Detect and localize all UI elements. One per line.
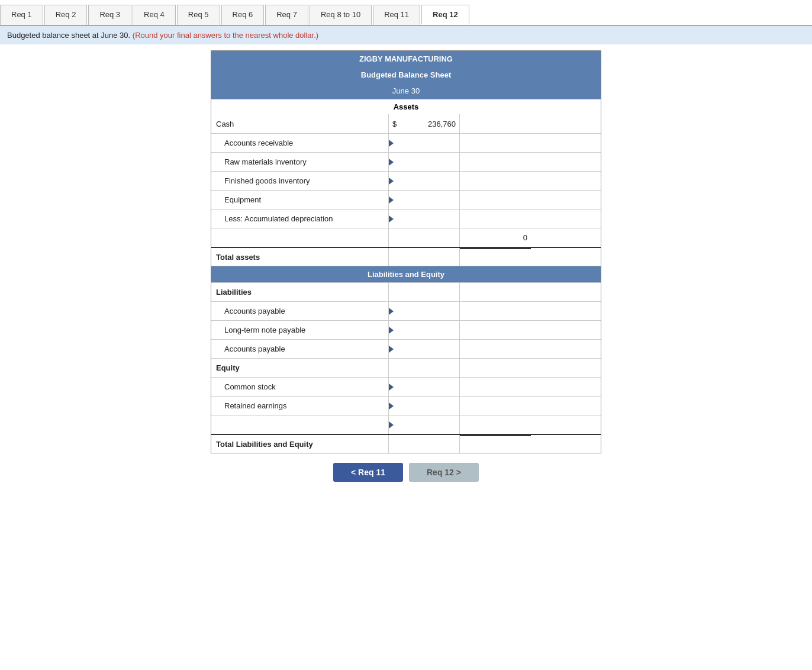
tab-req8to10[interactable]: Req 8 to 10 <box>310 5 372 25</box>
equip-col1 <box>389 191 460 209</box>
equip-col2 <box>460 191 531 209</box>
ar-col2 <box>460 134 531 152</box>
tab-req6[interactable]: Req 6 <box>221 5 265 25</box>
fg-input[interactable] <box>396 172 459 190</box>
prev-button[interactable]: < Req 11 <box>333 463 403 482</box>
subtotal-col1 <box>389 415 460 434</box>
long-term-note-label: Long-term note payable <box>211 321 389 339</box>
total-assets-col2-input[interactable] <box>460 249 531 266</box>
rm-col2 <box>460 153 531 171</box>
equip-col2-input[interactable] <box>460 191 531 209</box>
nav-buttons: < Req 11 Req 12 > <box>6 463 806 482</box>
accounts-payable2-row: Accounts payable <box>211 339 601 358</box>
equip-input[interactable] <box>396 191 459 209</box>
ap1-input[interactable] <box>396 302 459 320</box>
cs-input[interactable] <box>396 378 459 396</box>
rm-marker <box>389 159 394 166</box>
re-input[interactable] <box>396 397 459 415</box>
ap1-col2-input[interactable] <box>460 302 531 320</box>
ap2-col2 <box>460 340 531 358</box>
ap2-input[interactable] <box>396 340 459 358</box>
tab-req11[interactable]: Req 11 <box>373 5 420 25</box>
cash-col2 <box>460 114 531 133</box>
subtotal-marker <box>389 421 394 429</box>
retained-earnings-label: Retained earnings <box>211 397 389 415</box>
tab-bar: Req 1 Req 2 Req 3 Req 4 Req 5 Req 6 Req … <box>0 0 812 26</box>
total-le-col1-input[interactable] <box>389 435 459 453</box>
ar-marker <box>389 140 394 147</box>
zero-col1-input[interactable] <box>389 228 459 247</box>
tab-req4[interactable]: Req 4 <box>133 5 176 25</box>
re-col2-input[interactable] <box>460 397 531 415</box>
instruction-highlight: (Round your final answers to the nearest… <box>133 31 318 40</box>
tab-req12[interactable]: Req 12 <box>421 5 469 25</box>
ltn-col2-input[interactable] <box>460 321 531 339</box>
total-assets-label: Total assets <box>211 248 389 266</box>
accum-dep-col2-input[interactable] <box>460 210 531 228</box>
sheet-date: June 30 <box>211 83 601 99</box>
equipment-row: Equipment <box>211 190 601 209</box>
ar-input[interactable] <box>396 134 459 152</box>
total-assets-row: Total assets <box>211 247 601 266</box>
subtotal-row <box>211 415 601 434</box>
next-button[interactable]: Req 12 > <box>409 463 479 482</box>
fg-col2 <box>460 172 531 190</box>
rm-input[interactable] <box>396 153 459 171</box>
ap2-col2-input[interactable] <box>460 340 531 358</box>
rm-col2-input[interactable] <box>460 153 531 171</box>
ltn-col1 <box>389 321 460 339</box>
zero-label <box>211 228 389 247</box>
equity-label: Equity <box>211 359 389 377</box>
accounts-payable1-label: Accounts payable <box>211 302 389 320</box>
cash-col2-input[interactable] <box>460 114 531 133</box>
total-liab-equity-label: Total Liabilities and Equity <box>211 435 389 453</box>
fg-col2-input[interactable] <box>460 172 531 190</box>
raw-materials-label: Raw materials inventory <box>211 153 389 171</box>
content-area: ZIGBY MANUFACTURING Budgeted Balance She… <box>0 50 812 488</box>
accounts-receivable-row: Accounts receivable <box>211 133 601 152</box>
subtotal-col2 <box>460 415 531 434</box>
accounts-payable2-label: Accounts payable <box>211 340 389 358</box>
tab-req3[interactable]: Req 3 <box>88 5 131 25</box>
liabilities-row: Liabilities <box>211 282 601 301</box>
ltn-input[interactable] <box>396 321 459 339</box>
cs-col2-input[interactable] <box>460 378 531 396</box>
total-le-col2 <box>460 435 531 453</box>
instruction-text: Budgeted balance sheet at June 30. <box>7 31 130 40</box>
equity-row: Equity <box>211 358 601 377</box>
ap2-col1 <box>389 340 460 358</box>
cs-marker <box>389 384 394 391</box>
instruction-bar: Budgeted balance sheet at June 30. (Roun… <box>0 26 812 44</box>
tab-req7[interactable]: Req 7 <box>265 5 308 25</box>
raw-materials-row: Raw materials inventory <box>211 152 601 171</box>
cs-col2 <box>460 378 531 396</box>
accum-dep-row: Less: Accumulated depreciation <box>211 209 601 228</box>
rm-col1 <box>389 153 460 171</box>
accounts-payable1-row: Accounts payable <box>211 301 601 320</box>
liabilities-label: Liabilities <box>211 283 389 301</box>
equipment-label: Equipment <box>211 191 389 209</box>
ap1-marker <box>389 308 394 315</box>
common-stock-row: Common stock <box>211 377 601 396</box>
subtotal-col2-input[interactable] <box>460 415 531 434</box>
subtotal-label <box>211 415 389 434</box>
accum-dep-input[interactable] <box>396 210 459 228</box>
zero-value: 0 <box>460 233 531 242</box>
tab-req1[interactable]: Req 1 <box>0 5 43 25</box>
accum-dep-col1 <box>389 210 460 228</box>
liabilities-equity-heading: Liabilities and Equity <box>211 266 601 282</box>
total-assets-col2 <box>460 248 531 266</box>
tab-req2[interactable]: Req 2 <box>44 5 88 25</box>
sheet-title: Budgeted Balance Sheet <box>211 67 601 83</box>
cash-col1: $ 236,760 <box>389 114 460 133</box>
zero-col1 <box>389 228 460 247</box>
total-assets-col1-input[interactable] <box>389 248 459 266</box>
ap2-marker <box>389 346 394 353</box>
tab-req5[interactable]: Req 5 <box>177 5 220 25</box>
subtotal-input[interactable] <box>396 415 459 434</box>
ar-col2-input[interactable] <box>460 134 531 152</box>
ap1-col2 <box>460 302 531 320</box>
company-name: ZIGBY MANUFACTURING <box>211 51 601 67</box>
zero-row: 0 <box>211 228 601 247</box>
total-le-col2-input[interactable] <box>460 436 531 453</box>
